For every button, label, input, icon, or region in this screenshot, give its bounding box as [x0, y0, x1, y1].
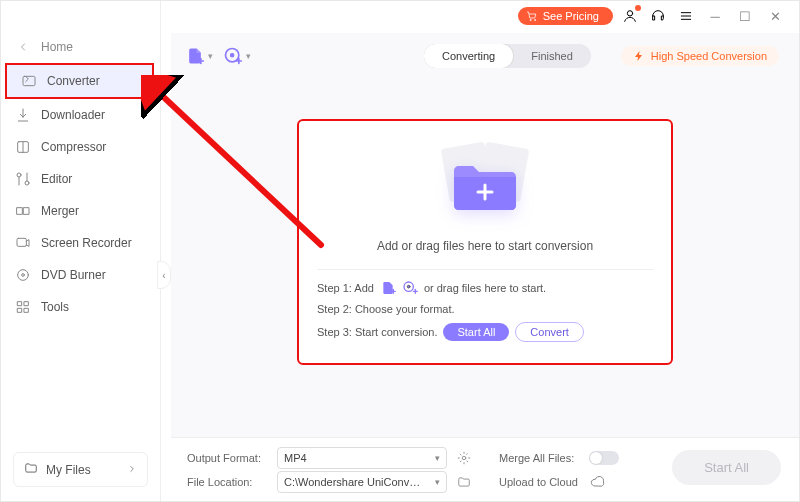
merge-all-toggle[interactable] [589, 451, 619, 465]
add-file-icon [380, 280, 396, 296]
svg-rect-20 [18, 308, 22, 312]
editor-icon [15, 171, 31, 187]
start-all-button[interactable]: Start All [672, 450, 781, 485]
svg-rect-18 [18, 302, 22, 306]
chevron-down-icon: ▾ [246, 51, 251, 61]
step2-text: Step 2: Choose your format. [317, 303, 455, 315]
svg-point-0 [530, 20, 531, 21]
my-files-button[interactable]: My Files [13, 452, 148, 487]
merger-icon [15, 203, 31, 219]
nav-dvd-burner[interactable]: DVD Burner [1, 259, 160, 291]
folder-icon [24, 461, 38, 478]
see-pricing-button[interactable]: See Pricing [518, 7, 613, 25]
svg-rect-14 [24, 208, 29, 215]
converter-icon [21, 73, 37, 89]
svg-rect-21 [24, 308, 28, 312]
nav-home[interactable]: Home [1, 31, 160, 63]
svg-point-17 [22, 274, 25, 277]
upload-cloud-label: Upload to Cloud [499, 476, 581, 488]
svg-point-10 [25, 181, 29, 185]
nav-merger[interactable]: Merger [1, 195, 160, 227]
svg-rect-13 [17, 208, 22, 215]
nav-dvd-burner-label: DVD Burner [41, 268, 106, 282]
back-icon [15, 39, 31, 55]
step3-text: Step 3: Start conversion. [317, 326, 437, 338]
chevron-down-icon: ▾ [435, 477, 440, 487]
sidebar-collapse-handle[interactable]: ‹ [157, 261, 171, 289]
account-icon[interactable] [619, 5, 641, 27]
nav-compressor-label: Compressor [41, 140, 106, 154]
compressor-icon [15, 139, 31, 155]
nav-editor-label: Editor [41, 172, 72, 186]
output-format-value: MP4 [284, 452, 307, 464]
tab-converting[interactable]: Converting [424, 44, 513, 68]
svg-rect-6 [23, 76, 35, 85]
file-location-select[interactable]: C:\Wondershare UniConverter ▾ [277, 471, 447, 493]
step1-prefix: Step 1: Add [317, 282, 374, 294]
status-tabs: Converting Finished [424, 44, 591, 68]
dvd-burner-icon [15, 267, 31, 283]
svg-point-9 [17, 173, 21, 177]
menu-icon[interactable] [675, 5, 697, 27]
downloader-icon [15, 107, 31, 123]
start-all-pill[interactable]: Start All [443, 323, 509, 341]
nav-screen-recorder-label: Screen Recorder [41, 236, 132, 250]
high-speed-conversion-button[interactable]: High Speed Conversion [621, 46, 779, 66]
convert-pill[interactable]: Convert [515, 322, 584, 342]
nav-merger-label: Merger [41, 204, 79, 218]
chevron-right-icon [127, 463, 137, 477]
screen-recorder-icon [15, 235, 31, 251]
tools-icon [15, 299, 31, 315]
cloud-icon[interactable] [589, 473, 607, 491]
open-folder-icon[interactable] [455, 473, 473, 491]
drop-message: Add or drag files here to start conversi… [317, 239, 653, 270]
svg-point-16 [18, 270, 29, 281]
drop-zone[interactable]: Add or drag files here to start conversi… [297, 119, 673, 365]
support-icon[interactable] [647, 5, 669, 27]
svg-rect-15 [17, 238, 26, 246]
minimize-button[interactable]: ─ [703, 4, 727, 28]
nav-editor[interactable]: Editor [1, 163, 160, 195]
file-location-label: File Location: [187, 476, 269, 488]
svg-point-33 [407, 285, 410, 288]
close-button[interactable]: ✕ [763, 4, 787, 28]
see-pricing-label: See Pricing [543, 10, 599, 22]
folder-plus-icon [450, 157, 520, 215]
add-file-button[interactable]: ▾ [185, 42, 213, 70]
main-panel: ▾ ▾ Converting Finished High Speed Conve… [171, 33, 799, 501]
nav-converter-label: Converter [47, 74, 100, 88]
nav-home-label: Home [41, 40, 73, 54]
step1-suffix: or drag files here to start. [424, 282, 546, 294]
folder-illustration [317, 143, 653, 229]
maximize-button[interactable]: ☐ [733, 4, 757, 28]
nav-screen-recorder[interactable]: Screen Recorder [1, 227, 160, 259]
nav-tools-label: Tools [41, 300, 69, 314]
steps: Step 1: Add or drag files here to start.… [317, 280, 653, 342]
svg-point-36 [462, 456, 466, 460]
nav-compressor[interactable]: Compressor [1, 131, 160, 163]
cart-icon [526, 10, 538, 22]
nav-downloader[interactable]: Downloader [1, 99, 160, 131]
tab-finished[interactable]: Finished [513, 44, 591, 68]
lightning-icon [633, 50, 645, 62]
svg-point-1 [534, 20, 535, 21]
sidebar: Home Converter Downloader Compressor Edi… [1, 1, 161, 501]
output-format-label: Output Format: [187, 452, 269, 464]
nav-downloader-label: Downloader [41, 108, 105, 122]
nav-converter[interactable]: Converter [5, 63, 154, 99]
nav-tools[interactable]: Tools [1, 291, 160, 323]
my-files-label: My Files [46, 463, 91, 477]
footer: Output Format: MP4 ▾ Merge All Files: Fi… [171, 437, 799, 501]
merge-all-label: Merge All Files: [499, 452, 581, 464]
toolbar: ▾ ▾ Converting Finished High Speed Conve… [171, 33, 799, 79]
svg-rect-19 [24, 302, 28, 306]
output-format-select[interactable]: MP4 ▾ [277, 447, 447, 469]
chevron-down-icon: ▾ [435, 453, 440, 463]
chevron-down-icon: ▾ [208, 51, 213, 61]
file-location-value: C:\Wondershare UniConverter [284, 476, 424, 488]
high-speed-label: High Speed Conversion [651, 50, 767, 62]
add-dvd-button[interactable]: ▾ [223, 42, 251, 70]
svg-point-2 [627, 11, 632, 16]
settings-icon[interactable] [455, 449, 473, 467]
svg-point-25 [231, 54, 234, 57]
